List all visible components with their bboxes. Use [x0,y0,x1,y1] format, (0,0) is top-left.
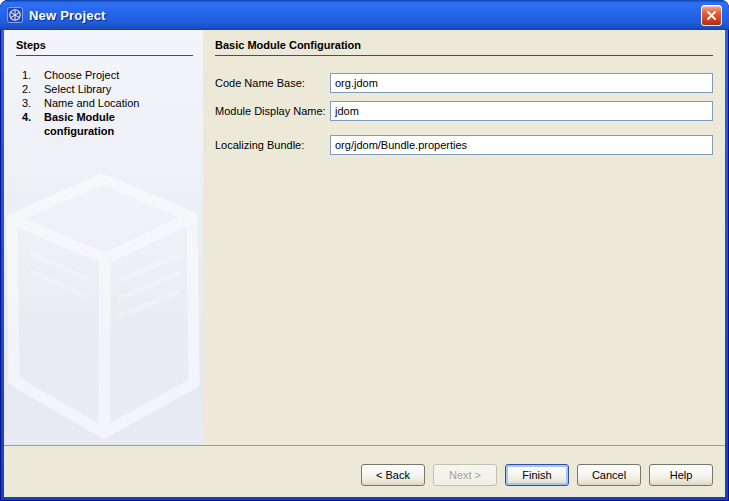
step-item-basic-module-configuration: 4. Basic Module configuration [22,110,203,138]
step-item-select-library: 2. Select Library [22,82,203,96]
steps-list: 1. Choose Project 2. Select Library 3. N… [22,68,203,138]
module-config-form: Code Name Base: Module Display Name: Loc… [215,73,713,155]
step-item-choose-project: 1. Choose Project [22,68,203,82]
localizing-bundle-input[interactable] [330,135,713,155]
form-row-code-name-base: Code Name Base: [215,73,713,93]
code-name-base-label: Code Name Base: [215,77,330,89]
new-project-dialog: New Project Steps 1. Choose Project 2. S… [0,0,729,501]
code-name-base-input[interactable] [330,73,713,93]
steps-heading: Steps [16,39,193,56]
step-item-name-and-location: 3. Name and Location [22,96,203,110]
back-button[interactable]: < Back [361,464,425,486]
form-row-module-display-name: Module Display Name: [215,101,713,121]
next-button: Next > [433,464,497,486]
module-display-name-label: Module Display Name: [215,105,330,117]
titlebar[interactable]: New Project [0,0,729,30]
help-button[interactable]: Help [649,464,713,486]
wizard-body: Steps 1. Choose Project 2. Select Librar… [4,30,725,445]
module-display-name-input[interactable] [330,101,713,121]
netbeans-cube-watermark-icon [4,163,203,445]
window-title: New Project [29,8,106,23]
netbeans-logo-icon [7,7,23,23]
close-x-icon [706,10,717,21]
config-panel: Basic Module Configuration Code Name Bas… [203,30,725,445]
localizing-bundle-label: Localizing Bundle: [215,139,330,151]
cancel-button[interactable]: Cancel [577,464,641,486]
steps-panel: Steps 1. Choose Project 2. Select Librar… [4,30,203,445]
form-row-localizing-bundle: Localizing Bundle: [215,135,713,155]
config-heading: Basic Module Configuration [215,39,713,56]
close-button[interactable] [701,5,722,26]
finish-button[interactable]: Finish [505,464,569,486]
button-bar: < Back Next > Finish Cancel Help [4,445,725,497]
